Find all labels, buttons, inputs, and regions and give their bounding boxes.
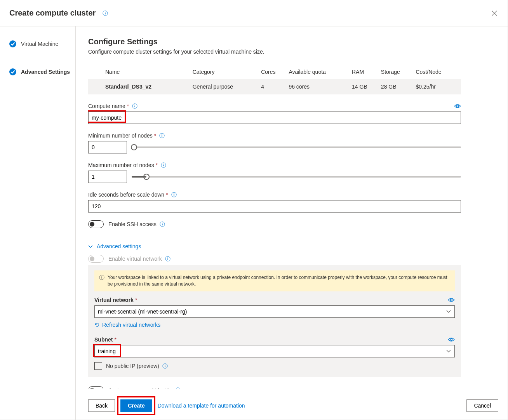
col-ram: RAM [352, 65, 381, 79]
network-settings-panel: Your workspace is linked to a virtual ne… [88, 265, 461, 377]
col-storage: Storage [381, 65, 416, 79]
svg-rect-25 [101, 277, 102, 279]
refresh-vnets-label: Refresh virtual networks [102, 322, 160, 328]
info-icon[interactable] [103, 10, 108, 16]
svg-rect-17 [174, 193, 174, 194]
min-nodes-label: Minimum number of nodes [88, 132, 153, 139]
svg-rect-13 [163, 165, 164, 166]
check-icon [9, 68, 16, 75]
cell-quota: 96 cores [289, 79, 352, 94]
cell-category: General purpose [193, 79, 261, 94]
svg-point-28 [451, 338, 452, 340]
required-asterisk: * [114, 336, 116, 343]
svg-rect-26 [101, 276, 102, 277]
enable-ssh-toggle[interactable] [88, 220, 104, 228]
info-banner: Your workspace is linked to a virtual ne… [94, 270, 455, 291]
download-template-link[interactable]: Download a template for automation [158, 403, 245, 409]
svg-rect-30 [165, 365, 165, 367]
col-cost: Cost/Node [416, 65, 461, 79]
min-nodes-slider[interactable] [132, 143, 461, 151]
svg-rect-23 [167, 258, 168, 258]
idle-seconds-label: Idle seconds before scale down [88, 192, 164, 198]
step-label: Advanced Settings [21, 69, 70, 75]
svg-rect-6 [135, 106, 135, 107]
info-icon[interactable] [161, 162, 166, 168]
required-asterisk: * [127, 103, 129, 109]
svg-rect-16 [174, 194, 174, 196]
svg-point-4 [9, 68, 16, 75]
enable-vnet-toggle [88, 255, 104, 263]
compute-name-input[interactable] [88, 112, 461, 124]
svg-rect-31 [165, 364, 165, 365]
col-cores: Cores [261, 65, 289, 79]
min-nodes-input[interactable] [88, 141, 127, 153]
vm-spec-table: Name Category Cores Available quota RAM … [88, 65, 461, 94]
svg-point-27 [451, 299, 452, 301]
create-button[interactable]: Create [120, 399, 152, 412]
preview-icon[interactable] [454, 104, 461, 108]
enable-ssh-label: Enable SSH access [108, 221, 157, 227]
advanced-settings-expander[interactable]: Advanced settings [88, 243, 461, 249]
back-button[interactable]: Back [88, 399, 115, 412]
main-content: Configure Settings Configure compute clu… [76, 26, 508, 420]
col-quota: Available quota [289, 65, 352, 79]
cell-cores: 4 [261, 79, 289, 94]
step-virtual-machine[interactable]: Virtual Machine [0, 38, 75, 50]
info-icon[interactable] [171, 192, 177, 197]
svg-point-32 [176, 387, 180, 389]
dialog-title: Create compute cluster [9, 9, 96, 17]
info-banner-text: Your workspace is linked to a virtual ne… [108, 274, 450, 288]
managed-identity-toggle[interactable] [88, 386, 104, 389]
dialog-footer: Back Create Download a template for auto… [88, 399, 498, 412]
advanced-settings-label: Advanced settings [97, 243, 141, 249]
subnet-label: Subnet [94, 336, 113, 343]
cell-cost: $0.25/hr [416, 79, 461, 94]
no-public-ip-label: No public IP (preview) [106, 363, 159, 369]
svg-point-8 [457, 105, 459, 107]
step-label: Virtual Machine [21, 41, 58, 47]
info-icon[interactable] [160, 221, 165, 227]
close-button[interactable] [490, 9, 499, 18]
col-category: Category [193, 65, 261, 79]
preview-icon[interactable] [448, 298, 455, 302]
dialog-header: Create compute cluster [0, 0, 508, 26]
subnet-select[interactable] [94, 345, 455, 357]
svg-rect-20 [162, 223, 162, 223]
info-icon[interactable] [165, 256, 170, 261]
info-icon[interactable] [162, 363, 168, 369]
info-icon[interactable] [132, 103, 137, 109]
svg-rect-14 [163, 164, 164, 164]
cancel-button[interactable]: Cancel [466, 399, 498, 412]
info-icon[interactable] [175, 387, 181, 389]
svg-rect-2 [105, 12, 106, 12]
check-icon [9, 40, 16, 47]
section-title: Configure Settings [88, 37, 461, 46]
max-nodes-label: Maximum number of nodes [88, 162, 154, 168]
idle-seconds-input[interactable] [88, 200, 461, 213]
table-row[interactable]: Standard_DS3_v2 General purpose 4 96 cor… [88, 79, 461, 94]
max-nodes-input[interactable] [88, 171, 127, 183]
svg-rect-7 [135, 105, 135, 105]
max-nodes-slider[interactable] [132, 173, 461, 181]
section-description: Configure compute cluster settings for y… [88, 49, 461, 55]
vnet-select[interactable] [94, 305, 455, 318]
svg-rect-11 [162, 134, 162, 135]
svg-rect-19 [162, 224, 162, 225]
svg-point-3 [9, 40, 16, 47]
info-icon[interactable] [159, 133, 165, 138]
step-advanced-settings[interactable]: Advanced Settings [0, 66, 75, 78]
svg-rect-10 [162, 135, 162, 137]
required-asterisk: * [166, 192, 168, 198]
cell-storage: 28 GB [381, 79, 416, 94]
required-asterisk: * [156, 162, 158, 168]
compute-name-label: Compute name [88, 103, 125, 109]
svg-rect-1 [105, 12, 106, 14]
no-public-ip-checkbox[interactable] [94, 362, 102, 370]
required-asterisk: * [135, 297, 137, 303]
step-connector [13, 50, 13, 66]
refresh-vnets-link[interactable]: Refresh virtual networks [94, 322, 455, 328]
preview-icon[interactable] [448, 337, 455, 342]
cell-ram: 14 GB [352, 79, 381, 94]
cell-name: Standard_DS3_v2 [88, 79, 193, 94]
enable-vnet-label: Enable virtual network [108, 256, 162, 262]
